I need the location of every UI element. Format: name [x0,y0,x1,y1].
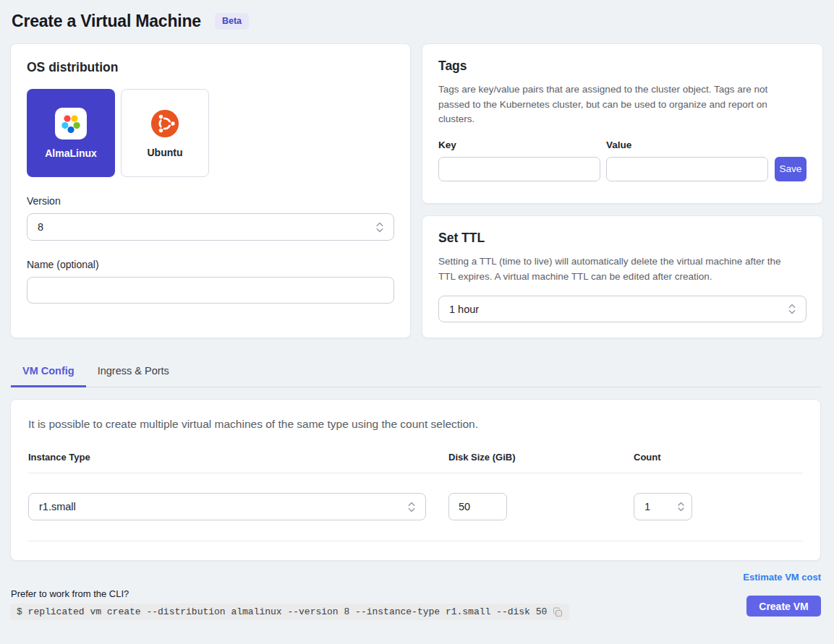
vm-config-info: It is possible to create multiple virtua… [28,418,803,431]
ttl-select-value: 1 hour [449,304,479,315]
name-label: Name (optional) [27,259,394,270]
page-header: Create a Virtual Machine Beta [12,12,821,31]
stepper-up-down-icon [677,501,685,512]
almalinux-logo-icon [55,108,87,139]
os-option-almalinux[interactable]: AlmaLinux [27,89,115,177]
instance-type-value: r1.small [39,501,76,512]
ttl-select[interactable]: 1 hour [438,296,807,322]
column-header-disk-size: Disk Size (GiB) [448,452,634,473]
os-option-ubuntu[interactable]: Ubuntu [121,89,209,177]
top-cards-row: OS distribution AlmaLinux [10,43,821,338]
right-column: Tags Tags are key/value pairs that are a… [422,43,823,338]
tag-key-field: Key [438,139,600,181]
vm-table: Instance Type Disk Size (GiB) Count r1.s… [28,452,803,541]
os-options: AlmaLinux [27,89,394,177]
vm-table-header: Instance Type Disk Size (GiB) Count [28,452,803,473]
ttl-card-title: Set TTL [438,231,807,246]
cli-block: Prefer to work from the CLI? $ replicate… [10,588,569,620]
version-label: Version [27,195,394,207]
tab-ingress-ports[interactable]: Ingress & Ports [86,358,181,387]
instance-type-select[interactable]: r1.small [28,493,426,520]
os-card-title: OS distribution [27,60,394,75]
column-header-instance-type: Instance Type [28,452,448,473]
tags-form: Key Value Save [438,139,807,181]
version-select[interactable]: 8 [27,213,394,241]
beta-badge: Beta [215,13,249,30]
footer-row: Prefer to work from the CLI? $ replicate… [10,588,821,620]
create-vm-page: Create a Virtual Machine Beta OS distrib… [0,0,834,620]
chevron-up-down-icon [407,501,416,513]
ttl-description: Setting a TTL (time to live) will automa… [438,254,787,284]
set-ttl-card: Set TTL Setting a TTL (time to live) wil… [422,215,823,338]
tags-description: Tags are key/value pairs that are assign… [438,82,787,127]
column-header-count: Count [634,452,803,473]
tags-card-title: Tags [438,59,807,74]
vm-table-row: r1.small 1 [28,473,803,541]
tags-card: Tags Tags are key/value pairs that are a… [422,43,823,204]
tag-value-field: Value [606,139,768,181]
os-distribution-card: OS distribution AlmaLinux [10,43,411,338]
name-input[interactable] [27,277,394,304]
save-tag-button[interactable]: Save [775,157,807,181]
disk-size-input[interactable] [448,493,507,520]
table-row-divider [28,541,803,541]
count-value: 1 [644,501,650,512]
create-vm-button[interactable]: Create VM [746,596,821,617]
tag-value-label: Value [606,139,768,150]
tag-value-input[interactable] [606,157,768,181]
vm-config-card: It is possible to create multiple virtua… [10,399,821,561]
footer-links: Estimate VM cost [10,570,821,583]
chevron-up-down-icon [788,303,796,315]
cli-prompt-text: Prefer to work from the CLI? [11,588,569,599]
chevron-up-down-icon [375,221,384,233]
estimate-vm-cost-link[interactable]: Estimate VM cost [743,572,821,583]
tag-key-input[interactable] [438,157,600,181]
page-title: Create a Virtual Machine [12,12,201,31]
os-option-label: AlmaLinux [45,147,97,159]
cli-command-text: $ replicated vm create --distribution al… [17,606,547,617]
cli-command-block: $ replicated vm create --distribution al… [10,604,569,620]
version-select-value: 8 [38,221,43,233]
tag-key-label: Key [438,139,600,150]
config-tabs: VM Config Ingress & Ports [10,358,821,387]
copy-icon[interactable] [553,607,563,617]
ubuntu-logo-icon [150,108,180,139]
tab-vm-config[interactable]: VM Config [11,358,86,387]
count-stepper[interactable]: 1 [634,493,692,520]
os-option-label: Ubuntu [148,147,183,158]
